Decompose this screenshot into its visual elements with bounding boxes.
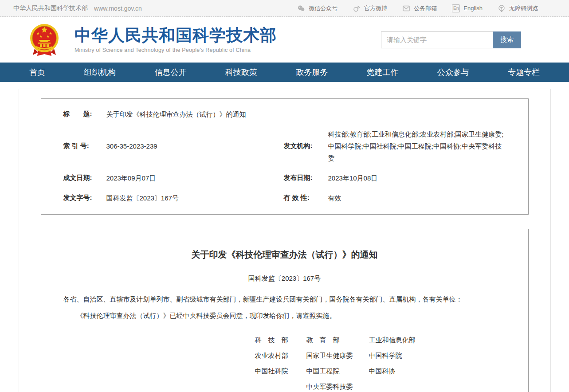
- signature-cell: 中国社科院: [255, 364, 306, 379]
- signature-cell: [369, 379, 506, 392]
- wechat-link[interactable]: 微信公众号: [297, 4, 337, 12]
- weibo-label: 官方微博: [364, 4, 387, 12]
- search-button[interactable]: 搜索: [493, 31, 521, 48]
- document-number: 国科发监〔2023〕167号: [63, 274, 506, 283]
- signature-cell: 中国科学院: [369, 348, 506, 364]
- signature-cell: 国家卫生健康委: [306, 348, 369, 364]
- signature-cell: 科 技 部: [255, 333, 306, 348]
- accessibility-link[interactable]: 无障碍浏览: [498, 4, 538, 12]
- nav-item-public-participation[interactable]: 公众参与: [437, 67, 469, 78]
- site-title-zh: 中华人民共和国科学技术部: [75, 26, 277, 45]
- meta-validity-value: 有效: [328, 188, 504, 208]
- nav-item-home[interactable]: 首页: [29, 67, 45, 78]
- signature-block: 科 技 部 教 育 部 工业和信息化部 农业农村部 国家卫生健康委 中国科学院 …: [255, 333, 506, 392]
- nav-item-organization[interactable]: 组织机构: [84, 67, 116, 78]
- metadata-grid: 标 题: 关于印发《科技伦理审查办法（试行）》的通知 索 引 号: 306-35…: [41, 104, 528, 208]
- weibo-icon: [353, 4, 361, 12]
- nav-item-party-building[interactable]: 党建工作: [366, 67, 398, 78]
- content-card: 标 题: 关于印发《科技伦理审查办法（试行）》的通知 索 引 号: 306-35…: [19, 89, 551, 392]
- meta-title-value: 关于印发《科技伦理审查办法（试行）》的通知: [106, 104, 504, 124]
- meta-index-label: 索 引 号:: [63, 138, 106, 154]
- search-input[interactable]: [381, 31, 493, 48]
- signature-cell: [255, 379, 306, 392]
- weibo-link[interactable]: 官方微博: [353, 4, 387, 12]
- document-title: 关于印发《科技伦理审查办法（试行）》的通知: [63, 249, 506, 261]
- site-header: 中华人民共和国科学技术部 Ministry of Science and Tec…: [0, 17, 569, 63]
- nav-item-info-disclosure[interactable]: 信息公开: [155, 67, 187, 78]
- meta-publish-date-label: 发布日期:: [284, 170, 328, 186]
- meta-doc-number-label: 发文字号:: [63, 190, 106, 206]
- signature-cell: 工业和信息化部: [369, 333, 506, 348]
- main-nav: 首页 组织机构 信息公开 科技政策 政务服务 党建工作 公众参与 专题专栏: [0, 63, 569, 82]
- meta-issuing-org-value: 科技部;教育部;工业和信息化部;农业农村部;国家卫生健康委;中国科学院;中国社科…: [328, 124, 504, 168]
- document-paragraph: 《科技伦理审查办法（试行）》已经中央科技委员会同意，现印发给你们，请遵照实施。: [63, 311, 506, 321]
- top-utility-bar: 中华人民共和国科学技术部 www.most.gov.cn 微信公众号 官方微博 …: [0, 0, 569, 17]
- nav-item-gov-services[interactable]: 政务服务: [296, 67, 328, 78]
- signature-cell: 教 育 部: [306, 333, 369, 348]
- english-icon: En: [452, 4, 460, 12]
- mail-label: 公务邮箱: [414, 4, 437, 12]
- meta-doc-number-value: 国科发监〔2023〕167号: [106, 188, 284, 208]
- document-body-box: 关于印发《科技伦理审查办法（试行）》的通知 国科发监〔2023〕167号 各省、…: [41, 229, 529, 392]
- meta-validity-label: 有 效 性:: [284, 190, 328, 206]
- mail-link[interactable]: 公务邮箱: [402, 4, 437, 12]
- signature-cell: 中央军委科技委: [306, 379, 369, 392]
- quick-links: 微信公众号 官方微博 公务邮箱 En English 无障碍浏览: [297, 4, 538, 12]
- meta-written-date-label: 成文日期:: [63, 170, 106, 186]
- signature-cell: 中国工程院: [306, 364, 369, 379]
- meta-publish-date-value: 2023年10月08日: [328, 168, 504, 188]
- accessibility-icon: [498, 4, 506, 12]
- site-title-en: Ministry of Science and Technology of th…: [75, 47, 277, 53]
- signature-cell: 中国科协: [369, 364, 506, 379]
- english-link[interactable]: En English: [452, 4, 483, 12]
- wechat-icon: [297, 4, 305, 12]
- document-metadata-box: 标 题: 关于印发《科技伦理审查办法（试行）》的通知 索 引 号: 306-35…: [41, 98, 529, 215]
- english-label: English: [463, 5, 483, 12]
- site-identity: 中华人民共和国科学技术部 www.most.gov.cn: [13, 4, 142, 12]
- wechat-label: 微信公众号: [309, 4, 337, 12]
- accessibility-label: 无障碍浏览: [509, 4, 538, 12]
- meta-index-value: 306-35-2023-239: [106, 136, 284, 156]
- meta-issuing-org-label: 发文机构:: [284, 138, 328, 154]
- signature-cell: 农业农村部: [255, 348, 306, 364]
- search-box: 搜索: [381, 31, 521, 48]
- national-emblem-logo: [28, 23, 60, 57]
- brand-block: 中华人民共和国科学技术部 Ministry of Science and Tec…: [75, 26, 277, 53]
- site-url[interactable]: www.most.gov.cn: [94, 5, 142, 12]
- site-name: 中华人民共和国科学技术部: [13, 4, 88, 12]
- document-paragraph: 各省、自治区、直辖市及计划单列市、副省级城市有关部门，新疆生产建设兵团有关部门，…: [63, 294, 506, 304]
- nav-item-sci-policy[interactable]: 科技政策: [225, 67, 257, 78]
- meta-title-label: 标 题:: [63, 106, 106, 122]
- meta-written-date-value: 2023年09月07日: [106, 168, 284, 188]
- mail-icon: [402, 4, 410, 12]
- nav-item-special-topics[interactable]: 专题专栏: [508, 67, 540, 78]
